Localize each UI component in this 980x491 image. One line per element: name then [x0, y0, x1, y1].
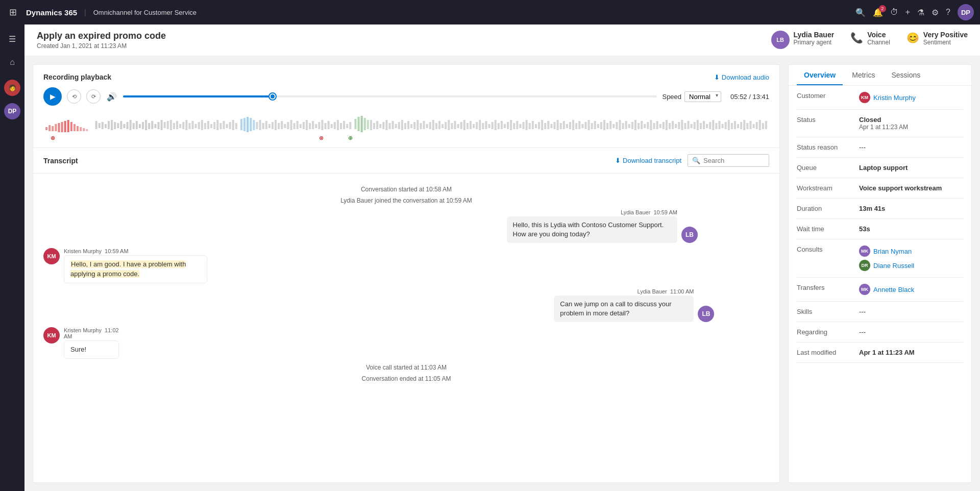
- download-icon: ⬇: [714, 73, 720, 81]
- skills-row: Skills ---: [797, 302, 963, 322]
- svg-rect-157: [544, 123, 546, 129]
- svg-rect-53: [185, 120, 187, 130]
- svg-rect-57: [198, 122, 200, 129]
- download-transcript-link[interactable]: ⬇ Download transcript: [615, 157, 681, 164]
- customer-bubble-wrap: Kristen Murphy 10:59 AM Hello, I am good…: [64, 248, 207, 283]
- transfer-link[interactable]: MK Annette Black: [859, 284, 963, 295]
- consult-diane-link[interactable]: DR Diane Russell: [859, 260, 963, 271]
- progress-fill: [123, 95, 273, 97]
- svg-rect-127: [451, 123, 453, 129]
- overview-content: Customer KM Kristin Murphy Status Closed…: [789, 86, 971, 482]
- svg-rect-211: [712, 120, 714, 130]
- search-icon[interactable]: 🔍: [855, 8, 866, 17]
- svg-rect-228: [765, 121, 767, 129]
- duration-label: Duration: [797, 205, 853, 212]
- queue-row: Queue Laptop support: [797, 158, 963, 178]
- play-button[interactable]: ▶: [43, 87, 62, 106]
- svg-rect-8: [70, 122, 72, 131]
- svg-rect-47: [167, 121, 169, 129]
- svg-rect-68: [232, 120, 234, 130]
- svg-rect-131: [463, 120, 465, 130]
- svg-rect-198: [672, 121, 674, 129]
- progress-bar[interactable]: [123, 95, 657, 97]
- grid-icon[interactable]: ⊞: [6, 5, 20, 20]
- svg-rect-84: [300, 124, 302, 128]
- forward-button[interactable]: ⟳: [86, 89, 101, 104]
- svg-rect-97: [340, 123, 342, 129]
- svg-rect-99: [346, 124, 348, 128]
- svg-rect-78: [281, 121, 283, 129]
- svg-rect-100: [349, 122, 351, 129]
- svg-rect-187: [638, 123, 640, 129]
- waveform-container[interactable]: ⊗ ⊗ ⊕: [43, 111, 769, 141]
- tab-overview[interactable]: Overview: [797, 65, 843, 85]
- highlighted-text: Hello, I am good. I have a problem with …: [70, 260, 186, 277]
- consult-brian-link[interactable]: MK Brian Nyman: [859, 245, 963, 257]
- agent-bubble-2: Can we jump on a call to discuss your pr…: [554, 296, 694, 322]
- speed-select[interactable]: 0.5x 0.75x Normal 1.25x 1.5x 2x: [684, 91, 721, 102]
- svg-rect-22: [120, 121, 122, 129]
- customer-label: Customer: [797, 92, 853, 100]
- svg-rect-201: [681, 120, 683, 130]
- chat-container: Conversation started at 10:58 AM Lydia B…: [33, 174, 779, 482]
- svg-rect-101: [370, 120, 372, 130]
- status-row: Status Closed Apr 1 at 11:23 AM: [797, 110, 963, 137]
- svg-rect-34: [157, 122, 159, 129]
- svg-rect-172: [591, 123, 593, 129]
- system-message-2: Lydia Bauer joined the conversation at 1…: [43, 197, 769, 204]
- svg-rect-111: [401, 120, 403, 130]
- svg-rect-92: [325, 123, 327, 129]
- volume-icon[interactable]: 🔊: [107, 92, 117, 102]
- svg-rect-50: [176, 121, 178, 129]
- svg-rect-163: [563, 121, 565, 129]
- agent-info: Lydia Bauer Primary agent: [794, 31, 835, 46]
- sidebar-user-avatar1[interactable]: 🧑: [4, 80, 20, 96]
- svg-rect-115: [413, 122, 415, 129]
- tab-sessions[interactable]: Sessions: [884, 65, 927, 85]
- settings-icon[interactable]: ⚙: [932, 8, 939, 17]
- transfers-label: Transfers: [797, 284, 853, 291]
- system-message-4: Conversation ended at 11:05 AM: [43, 375, 769, 382]
- status-label: Status: [797, 116, 853, 124]
- svg-rect-197: [669, 123, 671, 129]
- main-content: Apply an expired promo code Created Jan …: [24, 24, 980, 491]
- svg-rect-226: [759, 120, 761, 130]
- svg-rect-140: [492, 122, 494, 129]
- help-icon[interactable]: ?: [946, 8, 950, 17]
- svg-rect-184: [628, 124, 630, 128]
- svg-rect-30: [145, 120, 147, 130]
- customer-bubble-2: Sure!: [64, 340, 119, 359]
- customer-link[interactable]: KM Kristin Murphy: [859, 92, 963, 103]
- user-avatar[interactable]: DP: [958, 4, 974, 20]
- search-input[interactable]: [703, 157, 765, 164]
- svg-rect-51: [179, 124, 181, 128]
- sidebar-user-avatar2[interactable]: DP: [4, 103, 20, 119]
- svg-rect-86: [306, 120, 308, 130]
- phone-icon: 📞: [850, 32, 863, 44]
- download-audio-link[interactable]: ⬇ Download audio: [714, 73, 769, 81]
- time-display: 05:52 / 13:41: [730, 93, 769, 101]
- svg-rect-76: [275, 120, 277, 130]
- right-panel: Overview Metrics Sessions Customer KM Kr…: [788, 64, 972, 483]
- svg-rect-116: [416, 120, 419, 130]
- tab-metrics[interactable]: Metrics: [845, 65, 882, 85]
- rewind-button[interactable]: ⟲: [67, 89, 81, 104]
- sidebar-menu-icon[interactable]: ☰: [2, 29, 22, 49]
- playback-controls: ▶ ⟲ ⟳ 🔊 Speed 0.5x 0.75: [43, 87, 769, 106]
- svg-rect-168: [578, 121, 580, 129]
- svg-rect-90: [318, 122, 320, 129]
- notification-icon[interactable]: 🔔 2: [873, 8, 883, 17]
- svg-rect-212: [715, 123, 717, 129]
- svg-rect-77: [278, 123, 280, 129]
- add-icon[interactable]: +: [905, 8, 910, 17]
- brand-name: Dynamics 365: [26, 8, 77, 17]
- clock-icon[interactable]: ⏱: [890, 8, 898, 17]
- speed-select-wrapper: 0.5x 0.75x Normal 1.25x 1.5x 2x: [684, 91, 721, 102]
- last-modified-value: Apr 1 at 11:23 AM: [859, 349, 963, 356]
- regarding-value: ---: [859, 328, 963, 336]
- svg-rect-151: [526, 120, 528, 130]
- svg-rect-176: [603, 120, 605, 130]
- svg-rect-9: [74, 124, 76, 131]
- filter-icon[interactable]: ⚗: [917, 8, 924, 17]
- sidebar-home-icon[interactable]: ⌂: [2, 52, 22, 72]
